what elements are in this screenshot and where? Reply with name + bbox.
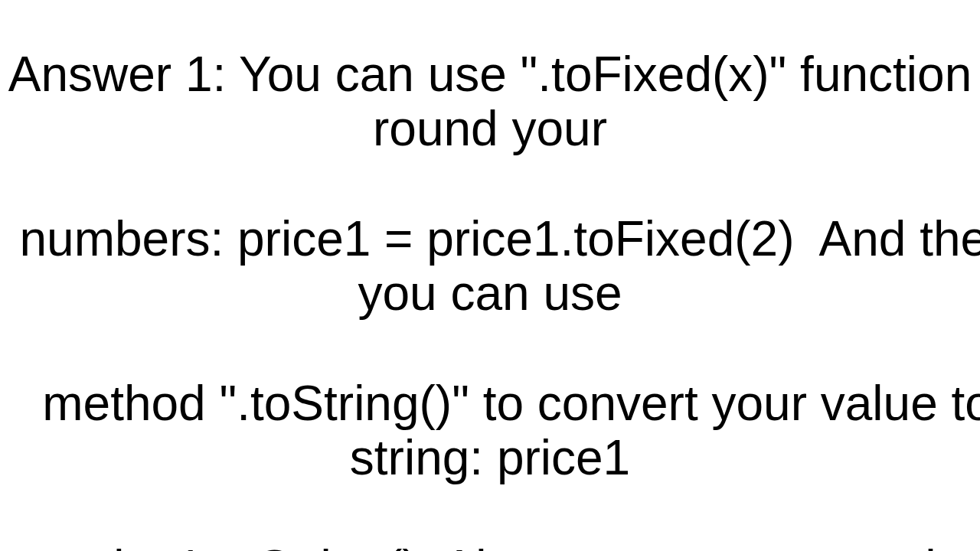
- answer-line-0: Answer 1: You can use ".toFixed(x)" func…: [8, 47, 980, 157]
- answer-line-1: numbers: price1 = price1.toFixed(2) And …: [19, 211, 980, 321]
- document-viewport: Answer 1: You can use ".toFixed(x)" func…: [0, 0, 980, 551]
- answer-line-3: = price1.toString() Also, you can use me…: [28, 540, 980, 551]
- answer-line-2: method ".toString()" to convert your val…: [42, 376, 980, 486]
- answer-text-block: Answer 1: You can use ".toFixed(x)" func…: [0, 0, 980, 551]
